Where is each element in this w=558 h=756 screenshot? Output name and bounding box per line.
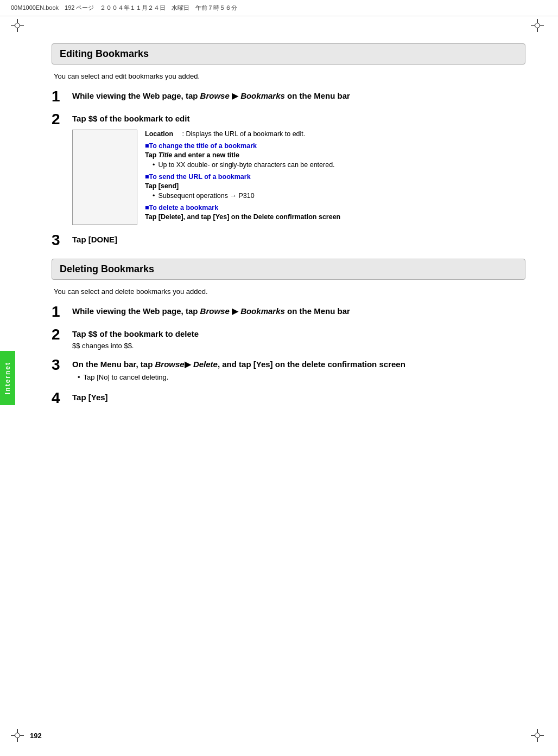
subsection-send-url-sub: Tap [send] — [145, 182, 525, 190]
del-step3-content: On the Menu bar, tap Browse▶ Delete, and… — [72, 358, 525, 383]
subsection-send-url-header: ■To send the URL of a bookmark — [145, 173, 525, 181]
subsection-change-title: ■To change the title of a bookmark Tap T… — [145, 142, 525, 169]
step2-title: Tap $$ of the bookmark to edit — [72, 113, 525, 124]
header-bar: 00M1000EN.book 192 ページ ２００４年１１月２４日 水曜日 午… — [0, 0, 558, 16]
step3-number: 3 — [52, 233, 72, 248]
subsection-delete-bm-header: ■To delete a bookmark — [145, 204, 525, 212]
crosshair-tl — [11, 19, 24, 32]
page-container: 00M1000EN.book 192 ページ ２００４年１１月２４日 水曜日 午… — [0, 0, 558, 756]
crosshair-br — [531, 729, 544, 742]
section1-step2: 2 Tap $$ of the bookmark to edit Locatio… — [52, 113, 525, 225]
subsection-send-url: ■To send the URL of a bookmark Tap [send… — [145, 173, 525, 200]
change-title-bullet1: Up to XX double- or singly-byte characte… — [153, 161, 525, 169]
main-content: Editing Bookmarks You can select and edi… — [52, 43, 525, 406]
step3-content: Tap [DONE] — [72, 234, 525, 245]
del-step1-number: 1 — [52, 304, 72, 319]
del-step1-content: While viewing the Web page, tap Browse ▶… — [72, 305, 525, 317]
section2-step4: 4 Tap [Yes] — [52, 392, 525, 406]
step2-number: 2 — [52, 112, 72, 127]
send-url-bullet1: Subsequent operations → P310 — [153, 192, 525, 200]
del-step2-content: Tap $$ of the bookmark to delete $$ chan… — [72, 328, 525, 350]
side-tab: Internet — [0, 351, 15, 405]
del-step4-title: Tap [Yes] — [72, 392, 525, 403]
section1-step1: 1 While viewing the Web page, tap Browse… — [52, 90, 525, 104]
info-box-image — [72, 130, 137, 225]
subsection-change-title-sub: Tap Title and enter a new title — [145, 151, 525, 159]
del-step1-title: While viewing the Web page, tap Browse ▶… — [72, 305, 525, 317]
page-number: 192 — [30, 732, 42, 740]
corner-tr — [531, 19, 547, 35]
info-box-text: Location : Displays the URL of a bookmar… — [145, 130, 525, 225]
del-step3-title: On the Menu bar, tap Browse▶ Delete, and… — [72, 358, 525, 370]
del-step2-title: Tap $$ of the bookmark to delete — [72, 328, 525, 339]
del-step3-bullet1: Tap [No] to cancel deleting. — [78, 373, 525, 381]
subsection-change-title-header: ■To change the title of a bookmark — [145, 142, 525, 150]
section2-step2: 2 Tap $$ of the bookmark to delete $$ ch… — [52, 328, 525, 350]
step1-content: While viewing the Web page, tap Browse ▶… — [72, 90, 525, 101]
del-step4-number: 4 — [52, 390, 72, 406]
header-text: 00M1000EN.book 192 ページ ２００４年１１月２４日 水曜日 午… — [11, 4, 237, 12]
del-step3-number: 3 — [52, 357, 72, 373]
location-text: : Displays the URL of a bookmark to edit… — [175, 130, 306, 138]
corner-br — [531, 729, 547, 745]
del-step2-subtitle: $$ changes into $$. — [72, 342, 525, 350]
crosshair-bl — [11, 729, 24, 742]
step1-title: While viewing the Web page, tap Browse ▶… — [72, 90, 525, 101]
subsection-delete-bm-sub: Tap [Delete], and tap [Yes] on the Delet… — [145, 213, 525, 221]
section2-step1: 1 While viewing the Web page, tap Browse… — [52, 305, 525, 319]
section1-step3: 3 Tap [DONE] — [52, 234, 525, 248]
section2-step3: 3 On the Menu bar, tap Browse▶ Delete, a… — [52, 358, 525, 383]
section1-intro: You can select and edit bookmarks you ad… — [54, 72, 525, 80]
del-step4-content: Tap [Yes] — [72, 392, 525, 403]
section1-header: Editing Bookmarks — [52, 43, 525, 65]
step3-title: Tap [DONE] — [72, 234, 525, 245]
crosshair-tr — [531, 19, 544, 32]
location-line: Location : Displays the URL of a bookmar… — [145, 130, 525, 139]
step1-number: 1 — [52, 89, 72, 104]
section2-intro: You can select and delete bookmarks you … — [54, 287, 525, 296]
corner-tl — [11, 19, 27, 35]
location-label: Location — [145, 130, 173, 138]
side-tab-label: Internet — [4, 362, 11, 394]
corner-bl — [11, 729, 27, 745]
section2-header: Deleting Bookmarks — [52, 259, 525, 280]
info-box: Location : Displays the URL of a bookmar… — [72, 130, 525, 225]
subsection-delete-bm: ■To delete a bookmark Tap [Delete], and … — [145, 204, 525, 221]
step2-content: Tap $$ of the bookmark to edit Location … — [72, 113, 525, 225]
del-step2-number: 2 — [52, 327, 72, 342]
